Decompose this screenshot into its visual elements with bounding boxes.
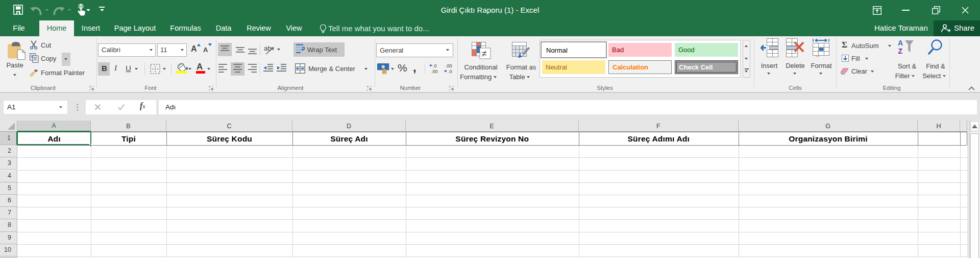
svg-text:Z: Z: [898, 47, 903, 54]
svg-text:≠: ≠: [482, 49, 487, 59]
svg-text:.00: .00: [446, 63, 452, 68]
svg-text:.0: .0: [433, 63, 437, 68]
svg-text:.00: .00: [431, 69, 438, 74]
svg-text:ab: ab: [264, 44, 271, 52]
svg-text:.0: .0: [448, 69, 452, 74]
svg-text:A: A: [898, 39, 903, 47]
